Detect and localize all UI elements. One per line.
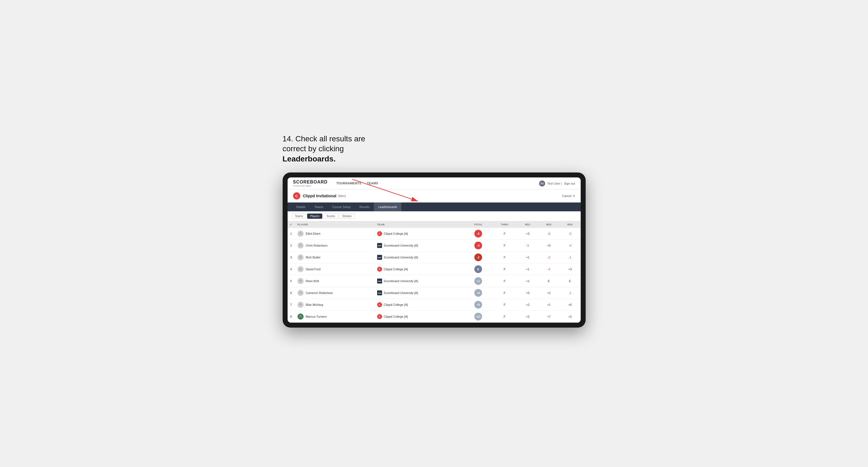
tab-details[interactable]: Details bbox=[292, 203, 310, 211]
col-rd2: RD2 bbox=[538, 221, 559, 228]
page-wrapper: 14. Check all results are correct by cli… bbox=[283, 139, 586, 328]
tournament-icon: C bbox=[293, 192, 300, 199]
player-avatar bbox=[298, 254, 304, 260]
team-name: Clippd College [A] bbox=[384, 268, 408, 271]
total-cell: +1 bbox=[464, 275, 492, 287]
rank-cell: 3 bbox=[287, 252, 295, 263]
leaderboard-table: # PLAYER TEAM TOTAL THRU RD1 RD2 RD3 1El… bbox=[287, 221, 581, 323]
col-rd3: RD3 bbox=[559, 221, 581, 228]
team-logo-sb: ▬▬ bbox=[377, 279, 382, 283]
rank-cell: 8 bbox=[287, 311, 295, 323]
leaderboard-body: 1Elliot EbertCClippd College [A]-8F+3-6-… bbox=[287, 228, 581, 323]
thru-cell: F bbox=[492, 228, 517, 240]
player-cell: Cameron Robertson bbox=[295, 287, 374, 299]
team-logo-c: C bbox=[377, 231, 382, 236]
tab-teams[interactable]: Teams bbox=[310, 203, 328, 211]
player-name: Marcus Turners bbox=[306, 315, 327, 318]
player-avatar bbox=[298, 230, 304, 237]
table-row: 4David FordCClippd College [A]EF+1-4+3 bbox=[287, 263, 581, 275]
logo-area: SCOREBOARD Powered by clippd bbox=[293, 180, 328, 187]
rd3-cell: -4 bbox=[559, 240, 581, 252]
rd1-cell: +5 bbox=[517, 287, 538, 299]
team-logo-sb: ▬▬ bbox=[377, 290, 382, 295]
score-badge: E bbox=[474, 265, 482, 273]
team-logo-sb: ▬▬ bbox=[377, 243, 382, 248]
total-cell: +11 bbox=[464, 311, 492, 323]
total-cell: -2 bbox=[464, 252, 492, 263]
table-row: 5Rees Britt▬▬Scoreboard University [A]+1… bbox=[287, 275, 581, 287]
team-cell: ▬▬Scoreboard University [A] bbox=[374, 287, 464, 299]
team-name: Clippd College [A] bbox=[384, 303, 408, 306]
cancel-button[interactable]: Cancel ✕ bbox=[562, 194, 575, 198]
tab-navigation: Details Teams Course Setup Results Leade… bbox=[287, 203, 581, 211]
col-rank: # bbox=[287, 221, 295, 228]
tab-results[interactable]: Results bbox=[355, 203, 374, 211]
sign-out-link[interactable]: Sign out bbox=[564, 182, 575, 185]
score-badge: +6 bbox=[474, 289, 482, 297]
team-name: Scoreboard University [A] bbox=[384, 244, 418, 247]
total-cell: E bbox=[464, 263, 492, 275]
rd2-cell: +2 bbox=[538, 287, 559, 299]
instruction-text: 14. Check all results are correct by cli… bbox=[283, 134, 371, 164]
total-cell: -4 bbox=[464, 240, 492, 252]
table-header: # PLAYER TEAM TOTAL THRU RD1 RD2 RD3 bbox=[287, 221, 581, 228]
nav-teams[interactable]: TEAMS bbox=[367, 181, 378, 187]
logo-sub: Powered by clippd bbox=[293, 185, 328, 187]
player-avatar bbox=[298, 278, 304, 284]
rd3-cell: +2 bbox=[559, 311, 581, 323]
rd1-cell: -5 bbox=[517, 240, 538, 252]
rd2-cell: +7 bbox=[538, 311, 559, 323]
rd1-cell: +2 bbox=[517, 311, 538, 323]
user-label: Test User | bbox=[547, 182, 562, 185]
col-total: TOTAL bbox=[464, 221, 492, 228]
app-header: SCOREBOARD Powered by clippd TOURNAMENTS… bbox=[287, 178, 581, 190]
rd3-cell: -1 bbox=[559, 252, 581, 263]
player-cell: Chris Robertson bbox=[295, 240, 374, 252]
team-cell: CClippd College [A] bbox=[374, 299, 464, 311]
team-cell: CClippd College [A] bbox=[374, 228, 464, 240]
team-logo-c: C bbox=[377, 302, 382, 307]
player-avatar bbox=[298, 290, 304, 296]
tournament-gender: (Men) bbox=[338, 194, 346, 197]
nav-tournaments[interactable]: TOURNAMENTS bbox=[336, 181, 362, 187]
team-cell: CClippd College [A] bbox=[374, 311, 464, 323]
thru-cell: F bbox=[492, 240, 517, 252]
col-rd1: RD1 bbox=[517, 221, 538, 228]
rd3-cell: +6 bbox=[559, 299, 581, 311]
score-badge: +9 bbox=[474, 301, 482, 309]
filter-strokes[interactable]: Strokes bbox=[339, 214, 354, 219]
filter-scores[interactable]: Scores bbox=[323, 214, 338, 219]
tab-leaderboards[interactable]: Leaderboards bbox=[374, 203, 401, 211]
thru-cell: F bbox=[492, 275, 517, 287]
player-cell: Rich Butler bbox=[295, 252, 374, 263]
rd2-cell: +5 bbox=[538, 240, 559, 252]
thru-cell: F bbox=[492, 252, 517, 263]
thru-cell: F bbox=[492, 263, 517, 275]
rd2-cell: -4 bbox=[538, 263, 559, 275]
player-cell: Blair McHarg bbox=[295, 299, 374, 311]
player-name: Blair McHarg bbox=[306, 303, 323, 306]
score-badge: +11 bbox=[474, 313, 482, 320]
tab-course-setup[interactable]: Course Setup bbox=[328, 203, 355, 211]
team-cell: CClippd College [A] bbox=[374, 263, 464, 275]
player-name: Chris Robertson bbox=[306, 244, 328, 247]
filter-players[interactable]: Players bbox=[307, 214, 322, 219]
player-name: David Ford bbox=[306, 268, 321, 271]
team-name: Scoreboard University [A] bbox=[384, 256, 418, 259]
player-name: Rees Britt bbox=[306, 279, 319, 283]
rd3-cell: -5 bbox=[559, 228, 581, 240]
rd2-cell: -2 bbox=[538, 252, 559, 263]
player-name: Rich Butler bbox=[306, 256, 321, 259]
logo-text: SCOREBOARD bbox=[293, 180, 328, 185]
filter-teams[interactable]: Teams bbox=[292, 214, 306, 219]
nav-links: TOURNAMENTS TEAMS bbox=[336, 181, 378, 187]
score-badge: -2 bbox=[474, 253, 482, 261]
table-row: 3Rich Butler▬▬Scoreboard University [A]-… bbox=[287, 252, 581, 263]
player-cell: Rees Britt bbox=[295, 275, 374, 287]
rank-cell: 2 bbox=[287, 240, 295, 252]
instruction-body: Check all results are correct by clickin… bbox=[283, 134, 365, 153]
rank-cell: 1 bbox=[287, 228, 295, 240]
player-avatar bbox=[298, 302, 304, 308]
close-icon: ✕ bbox=[573, 194, 575, 198]
player-cell: Elliot Ebert bbox=[295, 228, 374, 240]
